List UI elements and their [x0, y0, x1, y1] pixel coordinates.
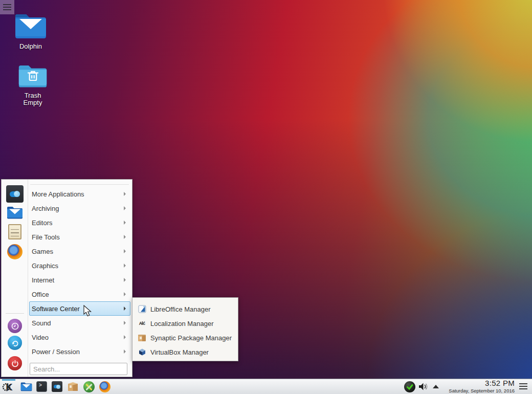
chevron-right-icon: [124, 278, 126, 282]
menu-category-office[interactable]: Office: [29, 287, 130, 301]
system-settings-launcher[interactable]: [52, 381, 62, 392]
trash-folder-icon: [18, 62, 48, 88]
clock-lock-icon: [11, 322, 19, 331]
menu-category-sound[interactable]: Sound: [29, 316, 130, 330]
software-tools-launcher[interactable]: [83, 381, 95, 392]
submenu-item-virtualbox-manager[interactable]: VirtualBox Manager: [132, 345, 238, 359]
menu-search-input[interactable]: [30, 363, 127, 375]
menu-category-label: More Applications: [32, 190, 124, 198]
menu-category-label: Archiving: [32, 205, 124, 212]
menu-category-more-applications[interactable]: More Applications: [29, 187, 130, 201]
hamburger-icon: [3, 4, 11, 5]
menu-top-separator: [30, 184, 129, 185]
desktop-icon-dolphin[interactable]: Dolphin: [4, 11, 57, 50]
updates-ok-tray-icon[interactable]: [404, 381, 415, 392]
chevron-right-icon: [124, 307, 126, 311]
submenu-item-label: Localization Manager: [150, 320, 214, 327]
speaker-icon: [418, 382, 428, 391]
menu-category-internet[interactable]: Internet: [29, 273, 130, 287]
software-center-submenu: LibreOffice Manager Ałć Localization Man…: [132, 297, 238, 361]
menu-category-label: Video: [32, 334, 124, 341]
chevron-right-icon: [124, 221, 126, 225]
menu-category-label: Games: [32, 248, 124, 255]
chevron-right-icon: [124, 335, 126, 339]
chevron-right-icon: [124, 321, 126, 325]
application-menu: More Applications Archiving Editors File…: [1, 179, 132, 377]
panel-menu-button[interactable]: [519, 383, 527, 389]
menu-category-label: Sound: [32, 319, 124, 327]
volume-tray-icon[interactable]: [418, 382, 428, 393]
desktop-icon-label: Dolphin: [4, 43, 57, 50]
clock-date: Saturday, September 10, 2016: [449, 388, 515, 393]
menu-category-label: Software Center: [32, 305, 124, 313]
menu-category-label: Editors: [32, 219, 124, 227]
submenu-item-label: LibreOffice Manager: [150, 305, 211, 313]
localization-icon: Ałć: [138, 319, 146, 328]
toggle-icon: [54, 385, 60, 388]
firefox-icon[interactable]: [7, 244, 23, 259]
dolphin-folder-icon: [14, 11, 47, 39]
submenu-item-label: VirtualBox Manager: [150, 348, 209, 356]
chevron-right-icon: [124, 192, 126, 196]
menu-category-editors[interactable]: Editors: [29, 215, 130, 230]
desktop-icon-label: Trash: [6, 92, 59, 99]
lock-session-button[interactable]: [8, 319, 22, 333]
desktop-icon-label2: Empty: [6, 99, 59, 106]
chevron-right-icon: [124, 349, 126, 354]
submenu-item-label: Synaptic Package Manager: [150, 334, 232, 342]
synaptic-icon: [138, 335, 146, 341]
desktop: Dolphin Trash Empty: [0, 0, 532, 394]
system-settings-icon[interactable]: [6, 185, 24, 203]
firefox-launcher[interactable]: [99, 381, 110, 392]
restart-icon: [11, 339, 19, 347]
power-icon: [11, 359, 19, 368]
expand-tray-button[interactable]: [433, 385, 439, 388]
chevron-right-icon: [124, 235, 126, 239]
menu-sidebar: [2, 180, 28, 377]
file-manager-icon[interactable]: [7, 205, 23, 219]
terminal-prompt-icon: >: [39, 382, 42, 388]
package-manager-launcher[interactable]: [68, 382, 78, 393]
chevron-right-icon: [124, 249, 126, 253]
chevron-right-icon: [124, 292, 126, 296]
libreoffice-icon: [138, 305, 146, 314]
shutdown-button[interactable]: [8, 356, 22, 370]
menu-category-label: Graphics: [32, 262, 124, 270]
clock[interactable]: 3:52 PM Saturday, September 10, 2016: [449, 379, 515, 393]
submenu-item-localization-manager[interactable]: Ałć Localization Manager: [132, 316, 238, 331]
package-box-icon: [68, 382, 78, 391]
submenu-item-synaptic-package-manager[interactable]: Synaptic Package Manager: [132, 331, 238, 345]
clock-time: 3:52 PM: [449, 379, 515, 387]
text-editor-icon[interactable]: [8, 224, 21, 239]
file-manager-launcher[interactable]: [20, 381, 32, 393]
desktop-icon-trash[interactable]: Trash Empty: [6, 62, 59, 106]
menu-category-video[interactable]: Video: [29, 330, 130, 344]
menu-category-archiving[interactable]: Archiving: [29, 201, 130, 215]
sidebar-separator: [6, 313, 24, 314]
hamburger-icon: [519, 383, 527, 384]
check-icon: [405, 382, 414, 391]
chevron-right-icon: [124, 206, 126, 210]
menu-category-games[interactable]: Games: [29, 244, 130, 258]
file-manager-icon: [20, 381, 32, 391]
kde-menu-button[interactable]: K: [2, 381, 14, 394]
menu-category-graphics[interactable]: Graphics: [29, 258, 130, 273]
restart-button[interactable]: [8, 336, 22, 350]
menu-category-file-tools[interactable]: File Tools: [29, 230, 130, 244]
menu-category-power-session[interactable]: Power / Session: [29, 344, 130, 359]
menu-category-software-center[interactable]: Software Center: [29, 301, 130, 316]
svg-text:K: K: [6, 382, 13, 392]
terminal-launcher[interactable]: >: [36, 381, 47, 392]
menu-category-label: Power / Session: [32, 348, 124, 356]
virtualbox-icon: [138, 348, 146, 357]
menu-category-label: Office: [32, 291, 124, 298]
menu-category-label: File Tools: [32, 233, 124, 241]
submenu-item-libreoffice-manager[interactable]: LibreOffice Manager: [132, 302, 238, 316]
kde-gear-k-icon: K: [2, 381, 14, 393]
menu-category-list: More Applications Archiving Editors File…: [29, 187, 130, 359]
chevron-right-icon: [124, 264, 126, 268]
menu-category-label: Internet: [32, 276, 124, 284]
